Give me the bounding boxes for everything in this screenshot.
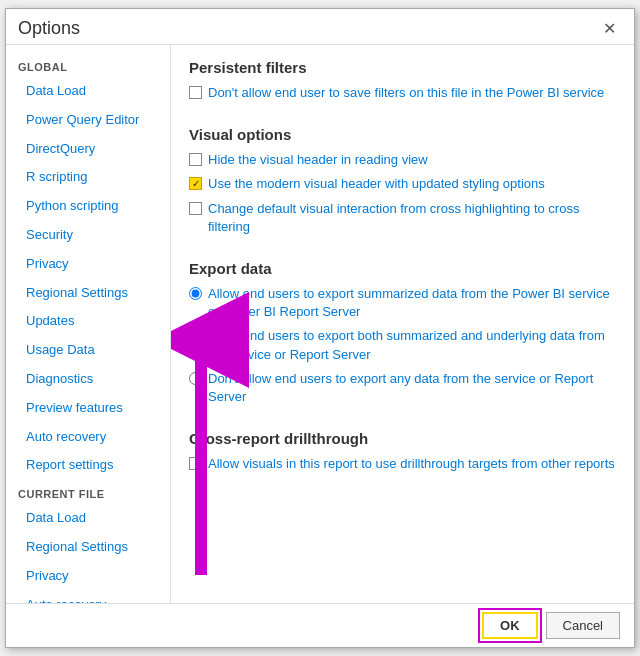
checkbox-vo2[interactable] [189,177,202,190]
checkbox-label-cr1: Allow visuals in this report to use dril… [208,455,615,473]
title-bar: Options ✕ [6,9,634,44]
sidebar-item-cf-data-load[interactable]: Data Load [6,504,170,533]
checkbox-label-pf1: Don't allow end user to save filters on … [208,84,604,102]
content-area: Persistent filters Don't allow end user … [171,45,634,603]
radio-row-ed2: Allow end users to export both summarize… [189,327,616,363]
radio-label-ed3: Don't allow end users to export any data… [208,370,616,406]
cross-report-container: Allow visuals in this report to use dril… [189,455,616,473]
cross-report-title: Cross-report drillthrough [189,430,616,447]
radio-ed2[interactable] [189,329,202,342]
sidebar-item-privacy[interactable]: Privacy [6,250,170,279]
global-items: Data LoadPower Query EditorDirectQueryR … [6,77,170,480]
sidebar-item-direct-query[interactable]: DirectQuery [6,135,170,164]
checkbox-pf1[interactable] [189,86,202,99]
checkbox-row-pf1: Don't allow end user to save filters on … [189,84,616,102]
sidebar-item-power-query-editor[interactable]: Power Query Editor [6,106,170,135]
sidebar-item-data-load[interactable]: Data Load [6,77,170,106]
checkbox-label-vo3: Change default visual interaction from c… [208,200,616,236]
radio-row-ed3: Don't allow end users to export any data… [189,370,616,406]
sidebar-item-security[interactable]: Security [6,221,170,250]
sidebar-item-python-scripting[interactable]: Python scripting [6,192,170,221]
visual-options-title: Visual options [189,126,616,143]
ok-button[interactable]: OK [482,612,538,639]
sidebar-item-regional-settings[interactable]: Regional Settings [6,279,170,308]
sidebar-item-cf-regional-settings[interactable]: Regional Settings [6,533,170,562]
footer: OK Cancel [6,603,634,647]
sidebar: GLOBAL Data LoadPower Query EditorDirect… [6,45,171,603]
checkbox-cr1[interactable] [189,457,202,470]
sidebar-item-diagnostics[interactable]: Diagnostics [6,365,170,394]
persistent-filters-options: Don't allow end user to save filters on … [189,84,616,102]
export-data-title: Export data [189,260,616,277]
checkbox-vo3[interactable] [189,202,202,215]
sidebar-item-updates[interactable]: Updates [6,307,170,336]
checkbox-row-vo2: Use the modern visual header with update… [189,175,616,193]
radio-label-ed1: Allow end users to export summarized dat… [208,285,616,321]
sidebar-item-usage-data[interactable]: Usage Data [6,336,170,365]
checkbox-row-cr1: Allow visuals in this report to use dril… [189,455,616,473]
sidebar-item-cf-privacy[interactable]: Privacy [6,562,170,591]
close-button[interactable]: ✕ [597,17,622,40]
sidebar-item-auto-recovery[interactable]: Auto recovery [6,423,170,452]
sidebar-item-preview-features[interactable]: Preview features [6,394,170,423]
current-file-section-label: CURRENT FILE [6,480,170,504]
current-file-items: Data LoadRegional SettingsPrivacyAuto re… [6,504,170,603]
options-dialog: Options ✕ GLOBAL Data LoadPower Query Ed… [5,8,635,648]
checkbox-row-vo1: Hide the visual header in reading view [189,151,616,169]
radio-label-ed2: Allow end users to export both summarize… [208,327,616,363]
global-section-label: GLOBAL [6,53,170,77]
export-data-container: Allow end users to export summarized dat… [189,285,616,406]
visual-options-container: Hide the visual header in reading viewUs… [189,151,616,236]
checkbox-vo1[interactable] [189,153,202,166]
checkbox-label-vo1: Hide the visual header in reading view [208,151,428,169]
sidebar-item-report-settings[interactable]: Report settings [6,451,170,480]
checkbox-label-vo2: Use the modern visual header with update… [208,175,545,193]
radio-ed3[interactable] [189,372,202,385]
persistent-filters-title: Persistent filters [189,59,616,76]
cancel-button[interactable]: Cancel [546,612,620,639]
radio-ed1[interactable] [189,287,202,300]
checkbox-row-vo3: Change default visual interaction from c… [189,200,616,236]
sidebar-item-r-scripting[interactable]: R scripting [6,163,170,192]
dialog-title: Options [18,18,80,39]
radio-row-ed1: Allow end users to export summarized dat… [189,285,616,321]
sidebar-item-cf-auto-recovery[interactable]: Auto recovery [6,591,170,603]
dialog-body: GLOBAL Data LoadPower Query EditorDirect… [6,44,634,603]
